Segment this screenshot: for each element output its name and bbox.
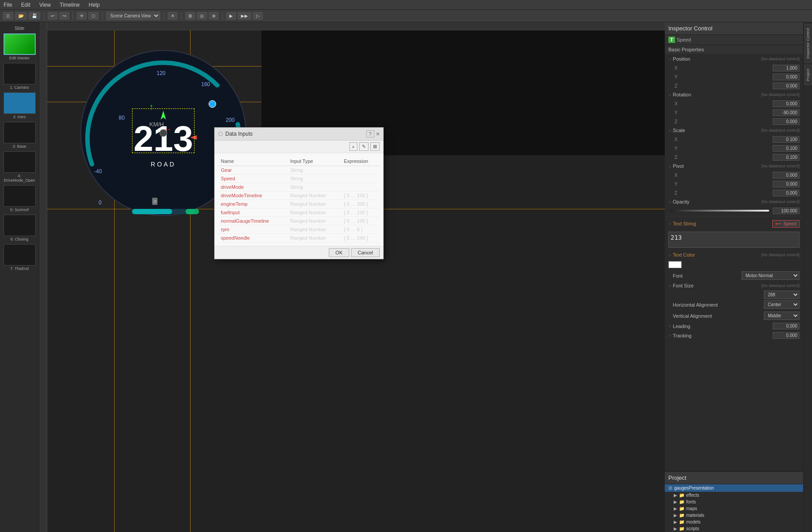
project-item-label-scripts: scripts <box>686 526 699 531</box>
tracking-input[interactable] <box>773 332 800 339</box>
dialog-table-row[interactable]: speedNeedle Ranged Number [ 0 … 240 ] <box>218 234 380 242</box>
redo-button[interactable]: ↪ <box>59 12 69 20</box>
position-header[interactable]: ○ Position [No datainput control] <box>665 54 803 63</box>
project-item-fonts[interactable]: ▶ 📁 fonts <box>665 499 803 505</box>
dialog-table-row[interactable]: Speed String <box>218 175 380 183</box>
new-button[interactable]: 🗋 <box>3 12 13 20</box>
select-tool[interactable]: ⬡ <box>88 12 99 20</box>
menu-view[interactable]: View <box>37 1 53 9</box>
rot-z-input[interactable] <box>773 118 800 125</box>
pos-x-input[interactable] <box>773 65 800 71</box>
scale-z-input[interactable] <box>773 154 800 161</box>
opacity-input[interactable] <box>773 208 800 214</box>
pivot-x-input[interactable] <box>773 172 800 179</box>
position-expand-icon: ○ <box>668 57 671 62</box>
grid-button[interactable]: ⊞ <box>185 12 195 20</box>
leading-input[interactable] <box>773 323 800 329</box>
project-item-materials[interactable]: ▶ 📁 materials <box>665 512 803 519</box>
undo-button[interactable]: ↩ <box>48 12 58 20</box>
dialog-add-button[interactable]: + <box>349 142 357 151</box>
dialog-table: Name Input Type Expression Gear String S… <box>218 157 380 242</box>
text-string-connected[interactable]: ⟵ Speed <box>772 220 800 228</box>
play-all-button[interactable]: ▶▶ <box>238 12 251 20</box>
dialog-table-row[interactable]: normalGaugeTimeline Ranged Number [ 0 … … <box>218 217 380 225</box>
slide-sunroof-label: 5: Sunroof <box>2 208 37 212</box>
svg-text:80: 80 <box>119 115 125 121</box>
data-inputs-dialog[interactable]: ⬡ Data Inputs ? × + ✎ ⊠ Name Input Type … <box>214 127 384 259</box>
viewport[interactable]: 213 KM/H ROAD 80 120 160 200 240 -40 0 <box>39 22 665 532</box>
slide-closing[interactable] <box>4 215 36 236</box>
leading-header[interactable]: ○ Leading <box>665 321 803 331</box>
snap-button[interactable]: ⊕ <box>209 12 219 20</box>
dialog-table-row[interactable]: driveModeTimeline Ranged Number [ 0 … 10… <box>218 191 380 200</box>
rot-x-input[interactable] <box>773 100 800 107</box>
opacity-header[interactable]: ○ Opacity [No datainput control] <box>665 197 803 206</box>
dialog-help-button[interactable]: ? <box>366 130 374 137</box>
open-button[interactable]: 📂 <box>15 12 27 20</box>
project-item-maps[interactable]: ▶ 📁 maps <box>665 505 803 512</box>
dialog-close-button[interactable]: × <box>376 130 380 137</box>
move-tool[interactable]: ✛ <box>77 12 87 20</box>
dialog-ok-button[interactable]: OK <box>329 248 349 257</box>
project-item-scripts[interactable]: ▶ 📁 scripts <box>665 525 803 532</box>
play-button[interactable]: ▶ <box>226 12 236 20</box>
h-align-select[interactable]: Center <box>764 300 800 309</box>
opacity-slider[interactable] <box>670 210 769 212</box>
menu-timeline[interactable]: Timeline <box>58 1 82 9</box>
pivot-header[interactable]: ○ Pivot [No datainput control] <box>665 162 803 170</box>
scale-y-input[interactable] <box>773 145 800 152</box>
menu-file[interactable]: File <box>2 1 14 9</box>
rot-y-input[interactable] <box>773 109 800 116</box>
project-item-effects[interactable]: ▶ 📁 effects <box>665 492 803 499</box>
slide-sunroof[interactable] <box>4 185 36 207</box>
text-string-textarea[interactable]: 213 <box>668 232 800 248</box>
scale-x-input[interactable] <box>773 136 800 143</box>
font-size-select[interactable]: 288 <box>764 291 800 299</box>
pivot-z-input[interactable] <box>773 190 800 196</box>
dialog-table-body: Gear String Speed String driveMode Strin… <box>218 166 380 242</box>
scale-header[interactable]: ○ Scale [No datainput control] <box>665 126 803 135</box>
dialog-table-row[interactable]: fuelInput Ranged Number [ 0 … 100 ] <box>218 208 380 217</box>
save-button[interactable]: 💾 <box>29 12 40 20</box>
vtab-inspector[interactable]: Inspector Control <box>804 24 812 63</box>
project-item-models[interactable]: ▶ 📁 models <box>665 519 803 525</box>
overlay-button[interactable]: ◎ <box>197 12 207 20</box>
dialog-table-row[interactable]: rpm Ranged Number [ 0 … 6 ] <box>218 225 380 234</box>
font-select[interactable]: Motor-Normal <box>742 271 800 280</box>
project-item-gauges-presentation[interactable]: ⊞ gaugesPresentation <box>665 484 803 492</box>
project-effects-icon: ▶ <box>674 493 677 498</box>
close-view-button[interactable]: ✕ <box>168 12 178 20</box>
tracking-header[interactable]: ○ Tracking <box>665 331 803 340</box>
dialog-table-row[interactable]: Gear String <box>218 166 380 175</box>
text-color-swatch[interactable] <box>668 261 682 268</box>
rotation-header[interactable]: ○ Rotation [No datainput control] <box>665 90 803 99</box>
slide-edit-master[interactable] <box>4 33 36 55</box>
font-size-header[interactable]: ○ Font Size [No datainput control] <box>665 281 803 290</box>
pivot-y-input[interactable] <box>773 181 800 187</box>
play-forward-button[interactable]: ▷ <box>253 12 263 20</box>
camera-view-select[interactable]: Scene Camera View <box>106 12 160 20</box>
text-color-header[interactable]: ○ Text Color [No datainput control] <box>665 250 803 259</box>
slide-edit-master-label: Edit Master <box>2 56 37 60</box>
pos-z-input[interactable] <box>773 83 800 89</box>
dialog-row-name-5: fuelInput <box>218 208 287 217</box>
divider-text-string <box>665 216 803 216</box>
dialog-delete-button[interactable]: ⊠ <box>370 142 380 151</box>
dialog-table-row[interactable]: engineTemp Ranged Number [ 0 … 300 ] <box>218 200 380 208</box>
dialog-edit-button[interactable]: ✎ <box>359 142 369 151</box>
dialog-table-row[interactable]: driveMode String <box>218 183 380 191</box>
pos-y-input[interactable] <box>773 74 800 80</box>
dialog-cancel-button[interactable]: Cancel <box>351 248 380 257</box>
slide-base[interactable] <box>4 122 36 143</box>
slide-intro[interactable] <box>4 92 36 114</box>
v-align-select[interactable]: Middle <box>764 312 800 320</box>
menu-help[interactable]: Help <box>87 1 102 9</box>
slide-carintro[interactable] <box>4 63 36 84</box>
rotation-z-row: Z <box>665 117 803 126</box>
slide-drivemode[interactable] <box>4 151 36 173</box>
menu-edit[interactable]: Edit <box>19 1 32 9</box>
slide-theend[interactable] <box>4 244 36 266</box>
basic-properties-header: Basic Properties <box>665 45 803 54</box>
vtab-project[interactable]: Project <box>804 65 812 85</box>
pos-y-label: Y <box>675 75 680 79</box>
